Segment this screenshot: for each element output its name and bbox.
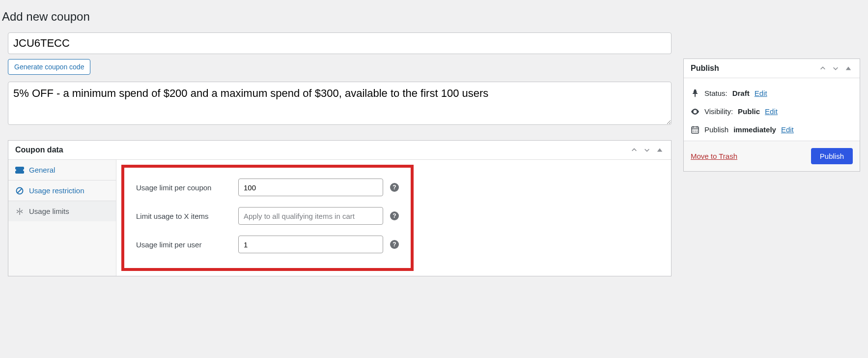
usage-limit-per-user-input[interactable]	[238, 236, 383, 253]
svg-marker-0	[657, 149, 663, 152]
edit-status-link[interactable]: Edit	[755, 89, 767, 97]
svg-marker-4	[846, 67, 851, 70]
publish-button[interactable]: Publish	[811, 148, 853, 164]
visibility-row: Visibility: Public Edit	[691, 102, 853, 120]
schedule-label: Publish	[704, 125, 728, 134]
usage-limit-per-user-label: Usage limit per user	[136, 240, 231, 249]
usage-limits-panel: Usage limit per coupon ? Limit usage to …	[116, 160, 671, 276]
panel-move-down-icon[interactable]	[832, 65, 840, 72]
coupon-data-tabs: General Usage restriction	[8, 160, 116, 276]
edit-schedule-link[interactable]: Edit	[781, 125, 794, 134]
ticket-icon	[15, 167, 24, 174]
panel-move-down-icon[interactable]	[644, 147, 651, 153]
panel-move-up-icon[interactable]	[819, 65, 827, 72]
page-title: Add new coupon	[2, 10, 868, 24]
metabox-controls	[819, 65, 853, 72]
usage-limit-per-coupon-label: Usage limit per coupon	[136, 183, 231, 192]
tab-usage-limits-label: Usage limits	[29, 207, 69, 215]
metabox-controls	[631, 147, 664, 153]
coupon-code-input[interactable]	[8, 32, 672, 54]
tab-usage-restriction[interactable]: Usage restriction	[8, 180, 116, 201]
svg-rect-6	[692, 127, 699, 133]
status-value: Draft	[732, 89, 750, 97]
publish-title: Publish	[691, 64, 719, 73]
tab-usage-restriction-label: Usage restriction	[29, 186, 84, 195]
move-to-trash-link[interactable]: Move to Trash	[691, 152, 737, 160]
schedule-row: Publish immediately Edit	[691, 120, 853, 139]
status-label: Status:	[704, 89, 728, 97]
panel-move-up-icon[interactable]	[631, 147, 639, 153]
limit-usage-x-items-input[interactable]	[238, 207, 383, 225]
svg-line-2	[18, 188, 22, 193]
publish-metabox: Publish	[683, 59, 860, 172]
panel-toggle-icon[interactable]	[845, 65, 853, 72]
eye-icon	[691, 109, 700, 115]
coupon-data-header: Coupon data	[8, 141, 671, 160]
pin-icon	[691, 90, 700, 97]
tab-usage-limits[interactable]: Usage limits	[8, 201, 116, 221]
publish-header: Publish	[684, 59, 860, 78]
calendar-icon	[691, 126, 700, 134]
arrows-collapse-icon	[15, 208, 24, 215]
help-icon[interactable]: ?	[390, 240, 399, 249]
generate-coupon-code-button[interactable]: Generate coupon code	[8, 59, 90, 75]
visibility-value: Public	[738, 107, 760, 116]
help-icon[interactable]: ?	[390, 183, 399, 192]
panel-toggle-icon[interactable]	[656, 147, 664, 153]
status-row: Status: Draft Edit	[691, 84, 853, 102]
edit-visibility-link[interactable]: Edit	[765, 107, 778, 116]
ban-icon	[15, 187, 24, 195]
tab-general-label: General	[29, 166, 55, 174]
highlighted-region: Usage limit per coupon ? Limit usage to …	[121, 165, 414, 271]
usage-limit-per-coupon-input[interactable]	[238, 179, 383, 196]
visibility-label: Visibility:	[704, 107, 733, 116]
coupon-data-title: Coupon data	[15, 146, 63, 154]
schedule-value: immediately	[733, 125, 776, 134]
limit-usage-x-items-label: Limit usage to X items	[136, 212, 231, 220]
coupon-description-textarea[interactable]: 5% OFF - a minimum spend of $200 and a m…	[8, 82, 672, 125]
svg-point-5	[694, 111, 696, 113]
coupon-data-metabox: Coupon data	[8, 140, 672, 276]
tab-general[interactable]: General	[8, 160, 116, 180]
help-icon[interactable]: ?	[390, 211, 399, 220]
